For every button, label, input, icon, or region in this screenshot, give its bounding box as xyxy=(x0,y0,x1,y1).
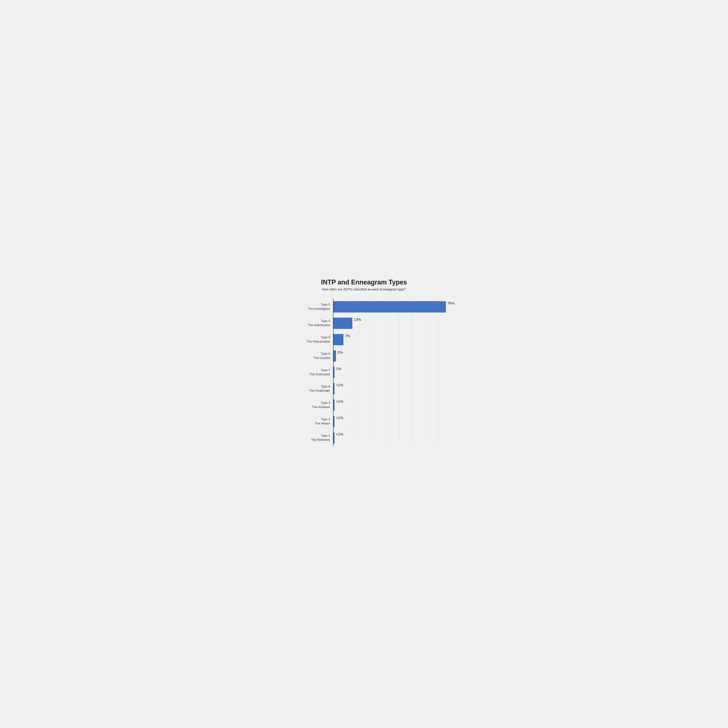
bar-row: Type 6The Loyalist2% xyxy=(289,348,439,364)
chart-container: INTP and Enneagram Types How often are I… xyxy=(282,271,446,457)
bar-label: Type 8The Challenger xyxy=(289,385,333,393)
type-desc: The Loyalist xyxy=(289,356,330,360)
bar-track: 7% xyxy=(333,332,439,348)
bar-row: Type 3The Achiever<1% xyxy=(289,397,439,413)
bar-row: Type 2The Helper<1% xyxy=(289,413,439,430)
bar-track: 76% xyxy=(333,299,446,315)
bar-value-label: <1% xyxy=(336,383,343,387)
bar-value-label: <1% xyxy=(336,432,343,436)
bar-label: Type 6The Loyalist xyxy=(289,352,333,360)
bar-value-label: 2% xyxy=(337,350,343,355)
bar-row: Type 4The Individualist13% xyxy=(289,315,439,332)
type-desc: The Challenger xyxy=(289,389,330,393)
bar-row: Type 8The Challenger<1% xyxy=(289,381,439,397)
bar-label: Type 7The Enthusiast xyxy=(289,368,333,376)
type-name: Type 6 xyxy=(289,352,330,356)
bar-track: <1% xyxy=(333,381,439,397)
bar-value-label: 13% xyxy=(354,318,361,322)
bar-label: Type 5The Investigator xyxy=(289,303,333,310)
type-name: Type 7 xyxy=(289,368,330,372)
bar-row: Type 9The Peacemaker7% xyxy=(289,332,439,348)
bar-value-label: 1% xyxy=(336,367,341,371)
type-desc: The Reformer xyxy=(289,438,330,442)
type-name: Type 2 xyxy=(289,418,330,421)
bar-fill: 13% xyxy=(333,318,352,329)
bar-row: Type 7The Enthusiast1% xyxy=(289,364,439,381)
type-desc: The Achiever xyxy=(289,405,330,409)
type-desc: The Helper xyxy=(289,422,330,425)
type-name: Type 9 xyxy=(289,335,330,340)
type-name: Type 1 xyxy=(289,434,330,438)
bar-label: Type 2The Helper xyxy=(289,418,333,425)
chart-title: INTP and Enneagram Types xyxy=(289,278,439,286)
bars-container: Type 5The Investigator76%Type 4The Indiv… xyxy=(289,299,439,446)
type-name: Type 5 xyxy=(289,303,330,307)
bar-label: Type 9The Peacemaker xyxy=(289,335,333,343)
bar-fill: 2% xyxy=(333,350,336,362)
type-name: Type 4 xyxy=(289,319,330,323)
bar-track: <1% xyxy=(333,413,439,430)
axis-line xyxy=(333,299,333,446)
bar-row: Type 1The Reformer<1% xyxy=(289,430,439,446)
chart-area: Type 5The Investigator76%Type 4The Indiv… xyxy=(289,299,439,446)
bar-row: Type 5The Investigator76% xyxy=(289,299,439,315)
bar-value-label: 76% xyxy=(447,301,455,305)
type-name: Type 8 xyxy=(289,385,330,388)
type-name: Type 3 xyxy=(289,401,330,405)
bar-track: 13% xyxy=(333,315,439,332)
type-desc: The Enthusiast xyxy=(289,372,330,376)
bar-value-label: <1% xyxy=(336,416,343,420)
bar-fill: 76% xyxy=(333,301,446,312)
grid-line xyxy=(439,299,439,446)
type-desc: The Peacemaker xyxy=(289,340,330,344)
bar-track: 1% xyxy=(333,364,439,381)
bar-label: Type 1The Reformer xyxy=(289,434,333,442)
bar-track: <1% xyxy=(333,397,439,413)
bar-label: Type 4The Individualist xyxy=(289,319,333,327)
type-desc: The Individualist xyxy=(289,323,330,327)
chart-subtitle: How often are INTPs classified as each E… xyxy=(289,288,439,291)
bar-label: Type 3The Achiever xyxy=(289,401,333,409)
bar-track: <1% xyxy=(333,430,439,446)
type-desc: The Investigator xyxy=(289,307,330,311)
bar-fill: 7% xyxy=(333,334,343,345)
bar-value-label: <1% xyxy=(336,399,343,404)
bar-track: 2% xyxy=(333,348,439,364)
bar-value-label: 7% xyxy=(345,334,350,338)
